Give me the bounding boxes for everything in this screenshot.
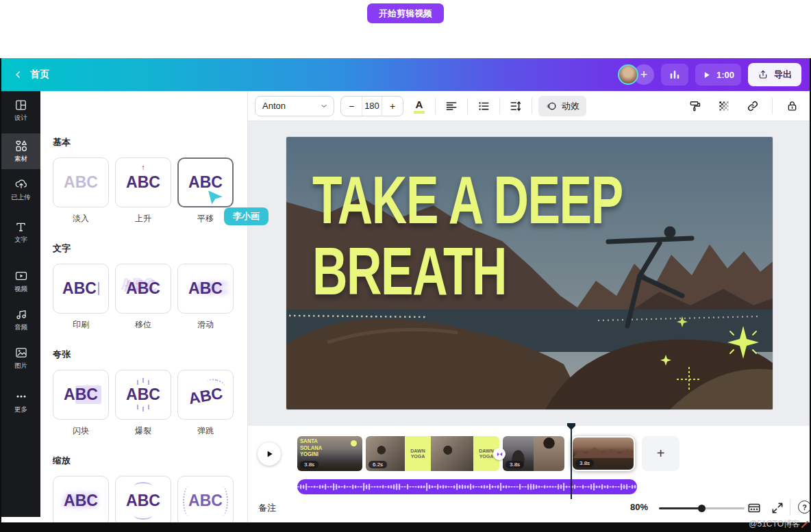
- section-title-zoom: 缩放: [53, 455, 247, 467]
- animate-label: 动效: [562, 100, 579, 112]
- insights-button[interactable]: [661, 64, 688, 86]
- timeline-clip-3[interactable]: 3.8s: [503, 436, 564, 471]
- audio-track[interactable]: [297, 479, 637, 494]
- uploads-icon: [14, 177, 28, 191]
- toolbar-divider: [532, 98, 532, 114]
- anim-card-pulse-zoom[interactable]: ABC: [115, 476, 171, 522]
- timeline-clip-4-selected[interactable]: 3.8s: [571, 436, 635, 471]
- anim-card-shift[interactable]: ABC: [115, 264, 171, 314]
- collaborator-name-tag: 李小画: [224, 207, 269, 225]
- timeline-zoom-slider[interactable]: [659, 507, 745, 509]
- transparency-icon: [717, 99, 731, 113]
- headline-line-1: TAKE A DEEP: [312, 164, 623, 236]
- fullscreen-button[interactable]: [771, 501, 784, 518]
- rail-item-design[interactable]: 设计: [1, 94, 40, 127]
- back-home-label: 首页: [30, 68, 49, 81]
- preview-play-button[interactable]: 1:00: [695, 64, 741, 86]
- more-icon: [14, 390, 28, 403]
- format-painter-button[interactable]: [686, 96, 705, 116]
- anim-card-spin-zoom[interactable]: ABC: [177, 476, 234, 522]
- grid-view-button[interactable]: [747, 501, 762, 518]
- app-header: 首页 + 1:00 导出: [1, 58, 810, 91]
- start-editing-button[interactable]: 开始剪辑视频: [367, 3, 444, 23]
- lock-button[interactable]: [782, 96, 801, 116]
- left-rail: 设计 素材 已上传 文字 视频 音频: [1, 91, 40, 517]
- link-icon: [746, 99, 760, 113]
- design-icon: [14, 99, 27, 112]
- list-button[interactable]: [474, 96, 493, 116]
- grid-view-icon: [747, 501, 762, 516]
- spacing-button[interactable]: [506, 96, 525, 116]
- canvas-headline[interactable]: TAKE A DEEP BREATH: [312, 164, 623, 307]
- expand-icon: [771, 501, 784, 515]
- anim-card-burst[interactable]: ABC: [115, 370, 171, 420]
- rail-item-audio[interactable]: 音频: [1, 303, 40, 336]
- notes-label[interactable]: 备注: [258, 502, 276, 514]
- lock-icon: [786, 99, 799, 112]
- slider-track-empty: [701, 507, 745, 509]
- section-title-text: 文字: [53, 242, 247, 255]
- slider-knob[interactable]: [698, 505, 706, 512]
- animations-panel: 基本 ABC 淡入 ABC 上升 ABC 平移: [40, 91, 248, 522]
- anim-card-rise[interactable]: ABC: [115, 157, 171, 207]
- video-duration: 1:00: [716, 70, 734, 80]
- playhead-line[interactable]: [571, 429, 572, 499]
- rail-item-elements[interactable]: 素材: [1, 134, 40, 169]
- text-color-button[interactable]: A: [410, 96, 429, 116]
- timeline-play-button[interactable]: [258, 442, 281, 466]
- anim-card-echo-zoom[interactable]: ABC: [53, 476, 109, 522]
- rail-item-video[interactable]: 视频: [1, 265, 40, 298]
- canvas-area: TAKE A DEEP BREATH: [248, 121, 811, 426]
- help-button[interactable]: ?: [798, 501, 811, 514]
- text-color-letter: A: [416, 99, 423, 110]
- anim-card-fade-in[interactable]: ABC: [53, 157, 109, 207]
- line-spacing-icon: [509, 99, 523, 113]
- plus-icon: +: [657, 446, 665, 461]
- transition-button[interactable]: [493, 448, 506, 460]
- add-clip-button[interactable]: +: [642, 436, 679, 471]
- back-home-button[interactable]: 首页: [14, 68, 49, 81]
- animate-button[interactable]: 动效: [538, 96, 586, 116]
- rail-item-more[interactable]: 更多: [1, 385, 40, 418]
- clip-duration-badge: 3.8s: [506, 461, 524, 468]
- play-icon: [702, 71, 711, 79]
- font-family-value: Anton: [262, 101, 286, 111]
- transition-icon: [496, 451, 503, 458]
- clip-thumbnail: [431, 436, 473, 471]
- chevron-down-icon: [320, 102, 328, 110]
- rail-item-photos[interactable]: 图片: [1, 342, 40, 375]
- clip-duration-badge: 3.8s: [575, 459, 594, 467]
- toolbar-divider: [772, 98, 773, 114]
- footer-bar: [0, 522, 811, 532]
- chevron-left-icon: [14, 70, 23, 79]
- transparency-button[interactable]: [714, 96, 734, 116]
- font-family-select[interactable]: Anton: [255, 96, 334, 116]
- title-card: DAWN YOGA: [405, 436, 431, 471]
- avatar[interactable]: [618, 64, 638, 85]
- text-align-button[interactable]: [442, 96, 461, 116]
- font-size-decrease-button[interactable]: −: [341, 97, 362, 116]
- bar-chart-icon: [668, 68, 682, 81]
- timeline-clip-1[interactable]: SANTA SOLANA YOGINI 3.8s: [297, 436, 362, 471]
- anim-card-flash-block[interactable]: ABC: [53, 370, 109, 420]
- timeline-clip-2[interactable]: DAWN YOGA DAWN YOGA 6.2s: [366, 436, 499, 471]
- watermark: @51CTO博客: [749, 518, 808, 530]
- screen: 开始剪辑视频 首页 + 1:00: [0, 0, 811, 532]
- slider-track-filled: [659, 507, 701, 509]
- anim-card-typewriter[interactable]: ABC: [53, 264, 109, 314]
- font-size-increase-button[interactable]: +: [382, 97, 403, 116]
- anim-card-bounce[interactable]: ABC: [177, 370, 234, 420]
- link-button[interactable]: [743, 96, 762, 116]
- text-color-swatch: [414, 111, 425, 114]
- anim-card-slide[interactable]: ABC: [177, 264, 234, 314]
- rail-item-text[interactable]: 文字: [1, 216, 40, 249]
- text-icon: [14, 220, 27, 233]
- rail-item-uploads[interactable]: 已上传: [1, 173, 40, 206]
- font-size-value[interactable]: 180: [362, 97, 382, 116]
- video-canvas[interactable]: TAKE A DEEP BREATH: [286, 137, 773, 409]
- app-window: 首页 + 1:00 导出: [0, 58, 811, 522]
- export-button[interactable]: 导出: [748, 63, 801, 86]
- text-toolbar: Anton − 180 + A: [248, 91, 811, 121]
- audio-icon: [14, 307, 28, 321]
- bottom-divider: [790, 499, 790, 516]
